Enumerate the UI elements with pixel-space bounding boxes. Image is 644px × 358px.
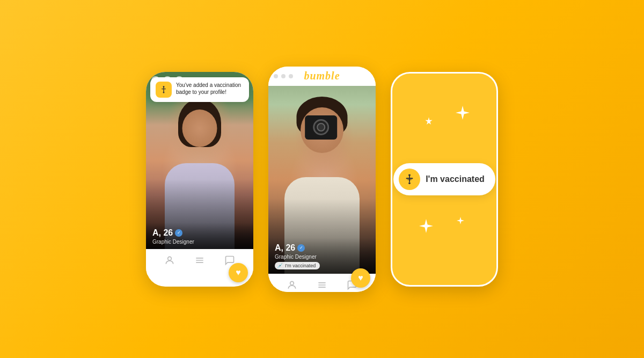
nav-menu-icon-center[interactable] — [317, 280, 327, 292]
vaccinated-badge-center: 💉 I'm vaccinated — [275, 262, 320, 269]
svg-point-8 — [290, 281, 294, 285]
svg-rect-2 — [162, 89, 166, 89]
profile-overlay-left: A, 26 ✓ Graphic Designer — [146, 223, 253, 249]
svg-point-15 — [408, 182, 411, 184]
heart-icon-left: ♥ — [236, 268, 241, 277]
notification-banner: You've added a vaccination badge to your… — [150, 77, 249, 102]
vaccinated-pill-large: I'm vaccinated — [393, 163, 495, 195]
bumble-logo: bumble — [304, 70, 340, 82]
vaccinated-text-center: I'm vaccinated — [285, 263, 316, 268]
status-dot-2 — [281, 74, 286, 78]
svg-rect-1 — [163, 87, 164, 92]
profile-name-row-left: A, 26 ✓ — [152, 228, 247, 238]
sparkle-3 — [419, 219, 433, 237]
phone-center: bumble A, 26 ✓ Graphic Desi — [268, 67, 376, 292]
profile-name-center: A, 26 — [275, 243, 295, 253]
vaccination-icon — [156, 82, 172, 98]
vax-icon-center: 💉 — [277, 263, 283, 268]
profile-name-row-center: A, 26 ✓ — [275, 243, 369, 253]
verified-badge-center: ✓ — [297, 244, 305, 252]
top-bar-center: bumble — [268, 67, 376, 86]
vaccinated-text-large: I'm vaccinated — [426, 174, 485, 184]
sparkle-4 — [457, 217, 464, 226]
verified-badge-left: ✓ — [175, 229, 182, 237]
status-dot-3 — [289, 74, 293, 78]
center-photo: A, 26 ✓ Graphic Designer 💉 I'm vaccinate… — [268, 86, 376, 274]
vax-icon-large — [399, 169, 420, 190]
phone-left: You've added a vaccination badge to your… — [146, 72, 253, 287]
status-dot-1 — [274, 74, 278, 78]
top-bar-icons — [274, 74, 293, 78]
sparkle-2 — [456, 106, 470, 123]
nav-profile-icon-center[interactable] — [287, 280, 297, 292]
svg-point-4 — [168, 257, 172, 260]
profile-job-left: Graphic Designer — [152, 239, 247, 245]
nav-profile-icon[interactable] — [164, 255, 175, 268]
svg-rect-14 — [406, 178, 413, 179]
phones-container: You've added a vaccination badge to your… — [146, 67, 498, 292]
profile-job-center: Graphic Designer — [275, 254, 369, 260]
svg-point-3 — [163, 92, 165, 93]
nav-menu-icon[interactable] — [194, 255, 205, 268]
notification-text: You've added a vaccination badge to your… — [176, 82, 244, 96]
heart-button-left[interactable]: ♥ — [229, 263, 248, 282]
heart-icon-center: ♥ — [358, 273, 363, 283]
phone-right: I'm vaccinated — [391, 72, 498, 287]
profile-name-left: A, 26 — [152, 228, 173, 238]
sparkle-1 — [425, 116, 433, 127]
heart-button-center[interactable]: ♥ — [351, 268, 370, 288]
